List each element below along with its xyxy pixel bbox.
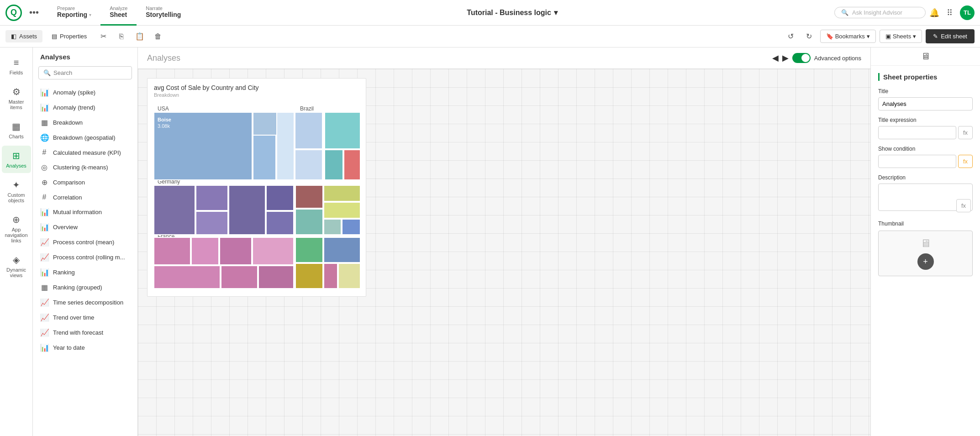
- search-input[interactable]: [53, 69, 127, 76]
- analysis-item-process-mean[interactable]: 📈 Process control (mean): [33, 235, 137, 250]
- treemap-container: avg Cost of Sale by Country and City Bre…: [147, 78, 366, 297]
- analysis-item-time-series[interactable]: 📈 Time series decomposition: [33, 295, 137, 310]
- properties-content: Sheet properties Title Title expression …: [871, 66, 980, 436]
- properties-icon: ▤: [52, 33, 57, 40]
- svg-rect-13: [154, 185, 195, 235]
- analysis-item-trend-forecast[interactable]: 📈 Trend with forecast: [33, 325, 137, 340]
- svg-rect-20: [295, 209, 323, 235]
- avatar[interactable]: TL: [960, 5, 975, 20]
- paste-button[interactable]: 📋: [132, 29, 147, 44]
- advanced-options-toggle[interactable]: [792, 53, 811, 63]
- prev-arrow[interactable]: ◀: [772, 53, 779, 63]
- prepare-label: Prepare: [57, 5, 75, 11]
- description-fx-button[interactable]: fx: [956, 199, 971, 212]
- svg-rect-34: [295, 263, 323, 289]
- analysis-item-clustering[interactable]: ◎ Clustering (k-means): [33, 160, 137, 175]
- treemap-chart: USA Brazil Germany France Boise 3.08k: [154, 102, 360, 289]
- panel-search-box[interactable]: 🔍: [38, 66, 132, 79]
- analysis-item-anomaly-spike[interactable]: 📊 Anomaly (spike): [33, 85, 137, 100]
- analysis-item-correlation[interactable]: # Correlation: [33, 190, 137, 205]
- nav-prepare[interactable]: Prepare Reporting ▾: [48, 0, 100, 26]
- cut-button[interactable]: ✂: [96, 29, 111, 44]
- master-items-label: Master items: [5, 99, 27, 110]
- analysis-label-anomaly-spike: Anomaly (spike): [53, 89, 95, 96]
- analyses-list: 📊 Anomaly (spike) 📊 Anomaly (trend) ▦ Br…: [33, 85, 137, 431]
- undo-button[interactable]: ↺: [784, 29, 798, 44]
- nav-dots[interactable]: •••: [29, 7, 39, 18]
- nav-analyze[interactable]: Analyze Sheet: [100, 0, 137, 26]
- svg-rect-36: [338, 263, 360, 289]
- title-input[interactable]: [878, 97, 973, 110]
- sidebar-icons: ≡ Fields ⚙ Master items ▦ Charts ⊞ Analy…: [0, 47, 33, 436]
- analysis-label-breakdown: Breakdown: [53, 119, 83, 126]
- delete-button[interactable]: 🗑: [151, 29, 165, 44]
- sidebar-item-fields[interactable]: ≡ Fields: [2, 53, 31, 80]
- title-expression-label: Title expression: [878, 117, 973, 123]
- title-expression-fx-button[interactable]: fx: [958, 126, 973, 139]
- copy-button[interactable]: ⎘: [114, 29, 129, 44]
- redo-button[interactable]: ↻: [802, 29, 817, 44]
- insight-advisor-search[interactable]: 🔍 Ask Insight Advisor: [834, 7, 926, 18]
- analysis-icon-clustering: ◎: [40, 163, 48, 172]
- svg-rect-21: [324, 185, 360, 201]
- edit-icon: ✎: [933, 33, 938, 40]
- nav-narrate[interactable]: Narrate Storytelling: [137, 0, 190, 26]
- assets-label: Assets: [19, 33, 37, 40]
- properties-tab[interactable]: ▤ Properties: [46, 30, 92, 42]
- analysis-item-overview[interactable]: 📊 Overview: [33, 220, 137, 235]
- thumbnail-add-button[interactable]: +: [917, 253, 934, 270]
- analysis-item-ranking[interactable]: 📊 Ranking: [33, 265, 137, 280]
- svg-rect-19: [295, 185, 323, 208]
- analysis-item-breakdown-geo[interactable]: 🌐 Breakdown (geospatial): [33, 130, 137, 145]
- analysis-icon-trend-forecast: 📈: [40, 328, 48, 337]
- svg-text:3.08k: 3.08k: [158, 123, 170, 129]
- analysis-item-calculated-measure[interactable]: # Calculated measure (KPI): [33, 145, 137, 160]
- custom-objects-label: Custom objects: [5, 192, 27, 203]
- analysis-item-process-rolling[interactable]: 📈 Process control (rolling m...: [33, 250, 137, 265]
- analysis-item-breakdown[interactable]: ▦ Breakdown: [33, 115, 137, 130]
- analysis-item-year-to-date[interactable]: 📊 Year to date: [33, 340, 137, 355]
- sidebar-item-charts[interactable]: ▦ Charts: [2, 116, 31, 144]
- sidebar-item-analyses[interactable]: ⊞ Analyses: [2, 146, 31, 173]
- app-title-dropdown-icon[interactable]: ▾: [554, 8, 558, 17]
- analysis-item-ranking-grouped[interactable]: ▦ Ranking (grouped): [33, 280, 137, 295]
- sidebar-item-custom-objects[interactable]: ✦ Custom objects: [2, 175, 31, 208]
- analysis-item-trend-time[interactable]: 📈 Trend over time: [33, 310, 137, 325]
- analyses-label: Analyses: [6, 163, 26, 168]
- analysis-icon-mutual-info: 📊: [40, 208, 48, 216]
- analysis-label-process-mean: Process control (mean): [53, 239, 114, 246]
- svg-rect-5: [295, 150, 322, 180]
- notifications-icon[interactable]: 🔔: [929, 8, 939, 18]
- sheets-icon: ▣: [885, 33, 891, 40]
- sheets-button[interactable]: ▣ Sheets ▾: [880, 30, 922, 43]
- edit-sheet-button[interactable]: ✎ Edit sheet: [926, 29, 975, 43]
- assets-tab[interactable]: ◧ Assets: [5, 30, 42, 42]
- analysis-label-overview: Overview: [53, 224, 78, 231]
- next-arrow[interactable]: ▶: [782, 53, 789, 63]
- analyze-label: Analyze: [110, 5, 127, 11]
- sheets-dropdown-icon: ▾: [913, 33, 916, 40]
- sidebar-item-master-items[interactable]: ⚙ Master items: [2, 82, 31, 115]
- analysis-label-trend-time: Trend over time: [53, 314, 95, 321]
- bookmarks-dropdown-icon: ▾: [867, 33, 870, 40]
- analysis-item-comparison[interactable]: ⊕ Comparison: [33, 175, 137, 190]
- svg-rect-4: [295, 112, 322, 149]
- svg-rect-29: [154, 266, 220, 289]
- sidebar-item-app-nav[interactable]: ⊕ App navigation links: [2, 210, 31, 248]
- apps-grid-icon[interactable]: ⠿: [947, 8, 953, 18]
- content-header: Analyses ◀ ▶ Advanced options: [138, 47, 870, 69]
- analysis-label-calculated-measure: Calculated measure (KPI): [53, 149, 121, 156]
- bookmarks-button[interactable]: 🔖 Bookmarks ▾: [820, 30, 876, 43]
- analysis-item-mutual-info[interactable]: 📊 Mutual information: [33, 205, 137, 220]
- title-expression-input[interactable]: [878, 126, 956, 139]
- show-condition-input[interactable]: [878, 155, 956, 168]
- show-condition-fx-button[interactable]: fx: [958, 155, 973, 168]
- sidebar-item-dynamic-views[interactable]: ◈ Dynamic views: [2, 250, 31, 283]
- monitor-icon: 🖥: [921, 51, 930, 62]
- analysis-icon-correlation: #: [40, 193, 48, 201]
- search-icon: 🔍: [841, 9, 848, 16]
- app-nav-label: App navigation links: [5, 227, 27, 243]
- app-title: Tutorial - Business logic ▾: [190, 8, 834, 17]
- analysis-item-anomaly-trend[interactable]: 📊 Anomaly (trend): [33, 100, 137, 115]
- analysis-label-ranking-grouped: Ranking (grouped): [53, 284, 102, 291]
